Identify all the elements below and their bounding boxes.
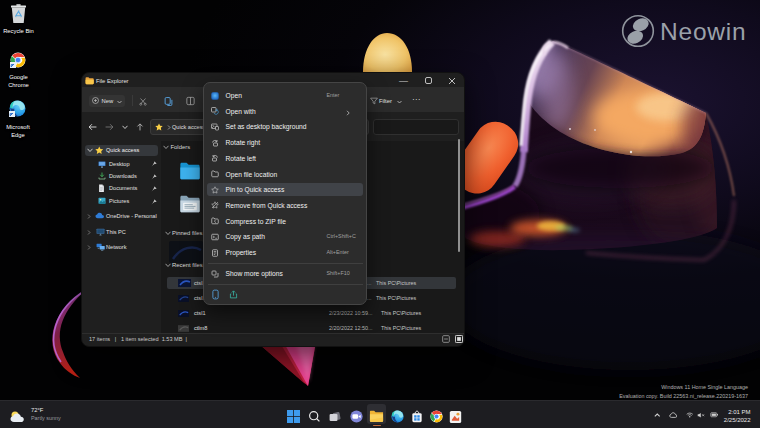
- svg-text:Neowin: Neowin: [660, 18, 747, 45]
